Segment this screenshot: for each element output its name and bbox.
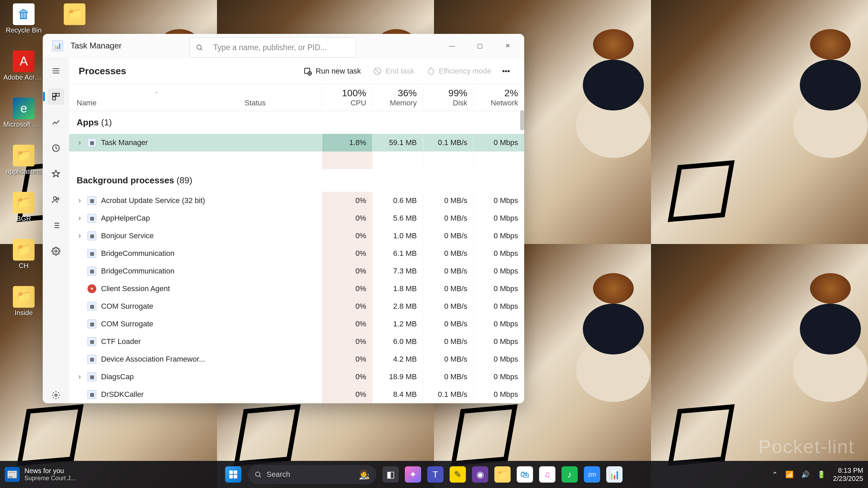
- clock[interactable]: 8:13 PM 2/23/2025: [833, 466, 863, 483]
- sidebar: [43, 58, 69, 403]
- svg-rect-27: [229, 475, 233, 479]
- minimize-button[interactable]: —: [438, 36, 466, 55]
- nav-services[interactable]: [48, 243, 64, 259]
- sticky-notes-icon[interactable]: ✎: [450, 466, 466, 483]
- media-icon[interactable]: ◉: [472, 466, 488, 483]
- process-row[interactable]: ▦COM Surrogate0%1.2 MB0 MB/s0 Mbps: [69, 315, 524, 333]
- start-button[interactable]: [225, 466, 241, 483]
- process-name: Task Manager: [101, 138, 148, 147]
- desktop-icon[interactable]: 📁: [54, 3, 95, 26]
- process-row[interactable]: ✶Client Session Agent0%1.8 MB0 MB/s0 Mbp…: [69, 280, 524, 298]
- svg-line-22: [375, 69, 380, 73]
- desktop-icon[interactable]: 📁Inside: [3, 286, 44, 317]
- desktop-icon[interactable]: 📁applications: [3, 145, 44, 176]
- task-manager-window: 📊 Task Manager — ▢ ✕ Processes: [43, 34, 524, 403]
- desktop-icon-label: Inside: [15, 309, 33, 317]
- nav-details[interactable]: [48, 217, 64, 233]
- col-cpu[interactable]: 100%CPU: [322, 84, 373, 111]
- desktop-icon[interactable]: AAdobe Acrobat: [3, 50, 44, 81]
- expand-chevron-icon[interactable]: ›: [77, 231, 83, 240]
- nav-startup[interactable]: [48, 166, 64, 182]
- process-name: COM Surrogate: [101, 320, 153, 328]
- nav-settings[interactable]: [48, 387, 64, 403]
- process-row[interactable]: ›▦Bonjour Service0%1.0 MB0 MB/s0 Mbps: [69, 227, 524, 245]
- col-status[interactable]: Status: [242, 84, 322, 111]
- desktop-icon[interactable]: 📁CH: [3, 239, 44, 270]
- maximize-button[interactable]: ▢: [466, 36, 494, 55]
- taskbar[interactable]: 📰 News for you Supreme Court J... Search…: [0, 461, 868, 488]
- recycle-icon: 🗑: [13, 3, 35, 25]
- task-manager-taskbar-icon[interactable]: 📊: [606, 466, 623, 483]
- news-icon: 📰: [5, 467, 20, 482]
- process-name: Acrobat Update Service (32 bit): [101, 196, 205, 205]
- desktop-icon[interactable]: 📁BGR: [3, 192, 44, 223]
- nav-performance[interactable]: [48, 114, 64, 130]
- spotify-icon[interactable]: ♪: [561, 466, 578, 483]
- teams-icon[interactable]: T: [427, 466, 443, 483]
- task-view-icon[interactable]: ◧: [382, 466, 399, 483]
- battery-icon[interactable]: 🔋: [817, 470, 826, 479]
- explorer-icon[interactable]: 📁: [494, 466, 511, 483]
- process-icon: ▦: [87, 196, 96, 205]
- desktop-icon-label: Recycle Bin: [6, 26, 42, 34]
- run-new-task-button[interactable]: Run new task: [297, 63, 367, 79]
- tray-chevron-icon[interactable]: ⌃: [772, 470, 778, 479]
- close-button[interactable]: ✕: [494, 36, 521, 55]
- process-grid[interactable]: ⌃Name Status 100%CPU 36%Memory 99%Disk 2…: [69, 84, 524, 403]
- zoom-icon[interactable]: zm: [584, 466, 600, 483]
- search-input[interactable]: Type a name, publisher, or PID...: [189, 37, 356, 58]
- process-row[interactable]: ›▦Task Manager1.8%59.1 MB0.1 MB/s0 Mbps: [69, 134, 524, 151]
- expand-chevron-icon[interactable]: ›: [77, 196, 83, 205]
- process-name: BridgeCommunication: [101, 267, 174, 276]
- window-title: Task Manager: [71, 41, 122, 50]
- desktop-icon-label: Adobe Acrobat: [3, 74, 44, 81]
- expand-chevron-icon[interactable]: ›: [77, 214, 83, 223]
- col-memory[interactable]: 36%Memory: [373, 84, 423, 111]
- expand-chevron-icon[interactable]: ›: [77, 138, 83, 147]
- expand-chevron-icon[interactable]: ›: [77, 372, 83, 381]
- process-row[interactable]: ›▦Acrobat Update Service (32 bit)0%0.6 M…: [69, 192, 524, 209]
- process-name: BridgeCommunication: [101, 249, 174, 258]
- more-options-button[interactable]: •••: [497, 63, 515, 79]
- sort-chevron-icon: ⌃: [77, 91, 236, 97]
- hamburger-icon[interactable]: [48, 63, 64, 79]
- nav-processes[interactable]: [48, 88, 64, 105]
- process-name: Device Association Framewor...: [101, 355, 205, 364]
- svg-rect-3: [53, 93, 56, 96]
- col-network[interactable]: 2%Network: [474, 84, 524, 111]
- process-row[interactable]: ▦BridgeCommunication0%7.3 MB0 MB/s0 Mbps: [69, 262, 524, 280]
- vertical-scrollbar[interactable]: [520, 110, 524, 130]
- svg-point-15: [55, 250, 57, 252]
- col-disk[interactable]: 99%Disk: [423, 84, 474, 111]
- column-headers[interactable]: ⌃Name Status 100%CPU 36%Memory 99%Disk 2…: [69, 84, 524, 111]
- wifi-icon[interactable]: 📶: [785, 470, 794, 479]
- desktop-icon[interactable]: eMicrosoft Edge: [3, 98, 44, 128]
- volume-icon[interactable]: 🔊: [801, 470, 810, 479]
- process-name: COM Surrogate: [101, 302, 153, 311]
- section-header[interactable]: Apps (1): [69, 111, 524, 134]
- process-row[interactable]: ▦CTF Loader0%6.0 MB0 MB/s0 Mbps: [69, 333, 524, 350]
- process-row[interactable]: ▦Device Association Framewor...0%4.2 MB0…: [69, 350, 524, 368]
- section-header[interactable]: Background processes (89): [69, 169, 524, 192]
- nav-app-history[interactable]: [48, 140, 64, 156]
- desktop-icon[interactable]: 🗑Recycle Bin: [3, 3, 44, 34]
- col-name[interactable]: ⌃Name: [69, 84, 242, 111]
- process-row[interactable]: ▦DrSDKCaller0%8.4 MB0.1 MB/s0 Mbps: [69, 386, 524, 403]
- copilot-icon[interactable]: ✦: [405, 466, 421, 483]
- process-row[interactable]: ›▦DiagsCap0%18.9 MB0 MB/s0 Mbps: [69, 368, 524, 386]
- process-row[interactable]: ›▦AppHelperCap0%5.6 MB0 MB/s0 Mbps: [69, 209, 524, 227]
- news-widget[interactable]: 📰 News for you Supreme Court J...: [5, 467, 76, 482]
- system-tray[interactable]: ⌃ 📶 🔊 🔋 8:13 PM 2/23/2025: [772, 466, 863, 483]
- taskbar-search[interactable]: Search 🧑‍🎨: [248, 465, 376, 484]
- svg-line-24: [201, 49, 202, 50]
- process-icon: ✶: [87, 284, 96, 293]
- itunes-icon[interactable]: ♫: [539, 466, 555, 483]
- main-panel: Processes Run new task End task Efficien…: [69, 58, 524, 403]
- process-row[interactable]: ▦BridgeCommunication0%6.1 MB0 MB/s0 Mbps: [69, 245, 524, 262]
- nav-users[interactable]: [48, 191, 64, 208]
- efficiency-mode-button: Efficiency mode: [420, 63, 497, 79]
- process-row[interactable]: ▦COM Surrogate0%2.8 MB0 MB/s0 Mbps: [69, 298, 524, 315]
- folder-icon: 📁: [64, 3, 85, 25]
- store-icon[interactable]: 🛍: [517, 466, 533, 483]
- process-icon: ▦: [87, 372, 96, 381]
